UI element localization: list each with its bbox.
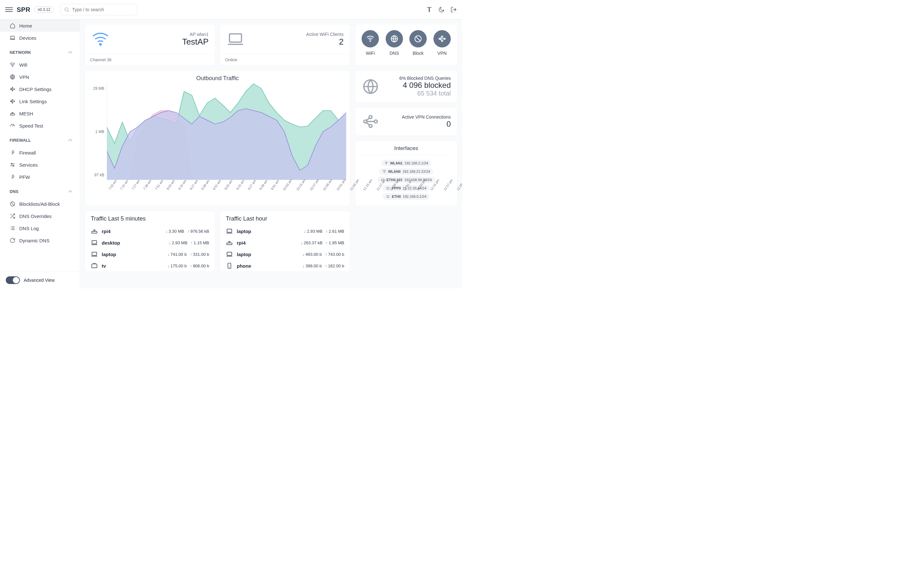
router-icon: [91, 227, 98, 235]
sidebar-item-blocklists[interactable]: Blocklists/Ad-Block: [0, 198, 80, 210]
laptop-icon: [91, 251, 98, 258]
vpn-stats-card: Active VPN Connections 0: [355, 107, 457, 136]
sidebar-section-network[interactable]: NETWORK: [0, 46, 80, 59]
advanced-view-toggle[interactable]: [6, 276, 20, 284]
traffic-5min-title: Traffic Last 5 minutes: [91, 215, 209, 222]
ap-value: TestAP: [182, 37, 208, 47]
sliders-icon: [10, 162, 15, 168]
wifi-icon: [91, 30, 110, 48]
clients-label: Active WiFi Clients: [306, 32, 344, 37]
quick-wifi[interactable]: WiFi: [362, 30, 379, 61]
brand: SPR: [17, 6, 31, 13]
sidebar-item-pfw[interactable]: PFW: [0, 171, 80, 183]
nodes-icon: [10, 86, 15, 92]
chart-plot: [107, 84, 346, 180]
device-name: laptop: [102, 251, 164, 257]
sidebar-item-dyndns[interactable]: Dynamic DNS: [0, 234, 80, 247]
traffic-row: desktop ↓ 2.93 MB↑ 1.15 MB: [91, 237, 209, 248]
quick-vpn[interactable]: VPN: [433, 30, 451, 61]
device-name: phone: [237, 263, 299, 269]
sidebar-item-label: Home: [19, 23, 32, 29]
flame-icon: [10, 150, 15, 155]
interfaces-title: Interfaces: [360, 145, 452, 152]
device-name: laptop: [237, 229, 300, 234]
sidebar-item-wifi[interactable]: Wifi: [0, 59, 80, 71]
globe-icon: [386, 30, 403, 47]
sidebar-section-firewall[interactable]: FIREWALL: [0, 134, 80, 147]
search-input[interactable]: [72, 7, 134, 12]
refresh-icon: [10, 237, 15, 243]
shuffle-icon: [10, 213, 15, 219]
gauge-icon: [10, 123, 15, 129]
sidebar-item-label: Devices: [19, 35, 36, 41]
traffic-row: laptop ↓ 493.00 b↑ 743.00 b: [226, 248, 344, 260]
quick-block[interactable]: Block: [409, 30, 427, 61]
dns-stats-card: 6% Blocked DNS Queries 4 096 blocked 65 …: [355, 70, 457, 103]
flame-icon: [10, 174, 15, 180]
theme-toggle-icon[interactable]: [438, 6, 445, 13]
traffic-row: phone ↓ 398.00 b↑ 162.00 b: [226, 260, 344, 271]
traffic-row: tv ↓ 175.00 b↑ 906.00 b: [91, 260, 209, 271]
clients-value: 2: [306, 37, 344, 47]
phone-icon: [226, 262, 233, 269]
clients-card: Active WiFi Clients 2 Online: [220, 24, 351, 66]
chevron-up-icon: [67, 137, 73, 143]
laptop-icon: [226, 227, 233, 235]
traffic-1h-card: Traffic Last hour laptop ↓ 2.93 MB↑ 2.61…: [220, 211, 351, 272]
search-icon: [64, 6, 69, 13]
chart-x-axis: 7:03 am7:15 am7:27 am7:39 am7:51 am8:03 …: [85, 182, 350, 190]
nodes-icon: [10, 98, 15, 104]
menu-toggle[interactable]: [5, 6, 13, 13]
wifi-icon: [10, 62, 15, 68]
sidebar-item-dnslog[interactable]: DNS Log: [0, 222, 80, 234]
interface-pill[interactable]: WLAN0 192.168.22.22/24: [379, 168, 433, 175]
interfaces-card: Interfaces WLAN1 192.168.2.1/24WLAN0 192…: [355, 140, 457, 206]
interface-pill[interactable]: ETH0 192.168.0.1/24: [383, 193, 430, 200]
search-box[interactable]: [60, 4, 137, 15]
sidebar-item-devices[interactable]: Devices: [0, 32, 80, 44]
globe-icon: [10, 74, 15, 80]
ap-card: AP wlan1 TestAP Channel 36: [85, 24, 215, 66]
device-name: rpi4: [102, 229, 162, 234]
sidebar-item-dhcp[interactable]: DHCP Settings: [0, 83, 80, 95]
sidebar-item-overrides[interactable]: DNS Overrides: [0, 210, 80, 222]
sidebar-section-dns[interactable]: DNS: [0, 185, 80, 198]
sidebar-item-mesh[interactable]: MESH: [0, 107, 80, 119]
device-name: laptop: [237, 251, 299, 257]
sidebar-item-services[interactable]: Services: [0, 159, 80, 171]
sidebar-item-link[interactable]: Link Settings: [0, 95, 80, 107]
version-badge: v0.3.12: [34, 6, 54, 13]
quick-dns[interactable]: DNS: [386, 30, 403, 61]
nodes-icon: [433, 30, 451, 47]
docs-icon[interactable]: [426, 6, 433, 13]
traffic-1h-title: Traffic Last hour: [226, 215, 344, 222]
laptop-icon: [226, 30, 244, 48]
device-name: desktop: [102, 240, 165, 245]
ap-label: AP wlan1: [182, 32, 208, 37]
router-icon: [10, 111, 15, 116]
wifi-icon: [362, 30, 379, 47]
chart-title: Outbound Traffic: [85, 71, 350, 84]
chevron-up-icon: [67, 49, 73, 55]
logout-icon[interactable]: [451, 6, 457, 13]
router-icon: [226, 239, 233, 246]
ap-channel: Channel 36: [85, 54, 215, 65]
device-name: rpi4: [237, 240, 297, 245]
advanced-view-row: Advanced View: [0, 271, 80, 288]
advanced-view-label: Advanced View: [24, 277, 55, 283]
sidebar-item-home[interactable]: Home: [0, 19, 80, 32]
quick-actions-card: WiFi DNS Block VPN: [355, 24, 457, 66]
sidebar-item-firewall[interactable]: Firewall: [0, 147, 80, 159]
ban-icon: [10, 201, 15, 207]
chevron-up-icon: [67, 188, 73, 195]
device-name: tv: [102, 263, 164, 269]
ban-icon: [409, 30, 427, 47]
traffic-row: rpi4 ↓ 3.30 MB↑ 976.56 kB: [91, 226, 209, 237]
sidebar-item-vpn[interactable]: VPN: [0, 71, 80, 83]
traffic-row: rpi4 ↓ 263.37 kB↑ 1.95 MB: [226, 237, 344, 248]
tv-icon: [91, 262, 98, 269]
sidebar-item-speed[interactable]: Speed Test: [0, 119, 80, 132]
laptop-icon: [91, 239, 98, 246]
interface-pill[interactable]: WLAN1 192.168.2.1/24: [381, 160, 431, 166]
main-content: AP wlan1 TestAP Channel 36 Active WiFi C…: [80, 19, 462, 288]
